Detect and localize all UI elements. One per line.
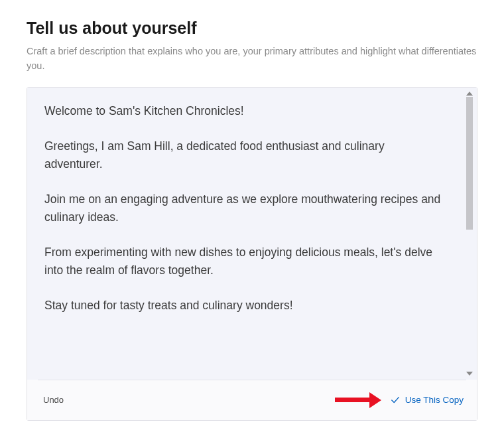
use-this-copy-label: Use This Copy: [405, 395, 464, 405]
editor-paragraph: Stay tuned for tasty treats and culinary…: [44, 297, 445, 315]
editor-text[interactable]: Welcome to Sam's Kitchen Chronicles! Gre…: [44, 102, 457, 365]
editor-paragraph: Welcome to Sam's Kitchen Chronicles!: [44, 102, 445, 120]
section-subheading: Craft a brief description that explains …: [27, 44, 477, 74]
annotation-arrow-icon: [335, 392, 381, 408]
footer-right-actions: Use This Copy: [335, 392, 464, 408]
scroll-up-icon[interactable]: [466, 92, 473, 96]
undo-button[interactable]: Undo: [43, 395, 64, 405]
section-heading: Tell us about yourself: [27, 19, 477, 38]
scroll-down-icon[interactable]: [466, 372, 473, 376]
editor-paragraph: From experimenting with new dishes to en…: [44, 244, 445, 279]
editor-paragraph: Greetings, I am Sam Hill, a dedicated fo…: [44, 137, 445, 173]
check-icon: [391, 396, 400, 405]
scroll-thumb[interactable]: [466, 97, 473, 230]
use-this-copy-button[interactable]: Use This Copy: [391, 395, 464, 405]
editor-paragraph: Join me on an engaging adventure as we e…: [44, 190, 445, 226]
editor-footer: Undo Use This Copy: [27, 380, 477, 420]
scrollbar[interactable]: [465, 90, 474, 377]
editor-pane: Welcome to Sam's Kitchen Chronicles! Gre…: [27, 88, 477, 380]
scroll-track[interactable]: [466, 97, 473, 370]
editor-card: Welcome to Sam's Kitchen Chronicles! Gre…: [27, 87, 477, 421]
